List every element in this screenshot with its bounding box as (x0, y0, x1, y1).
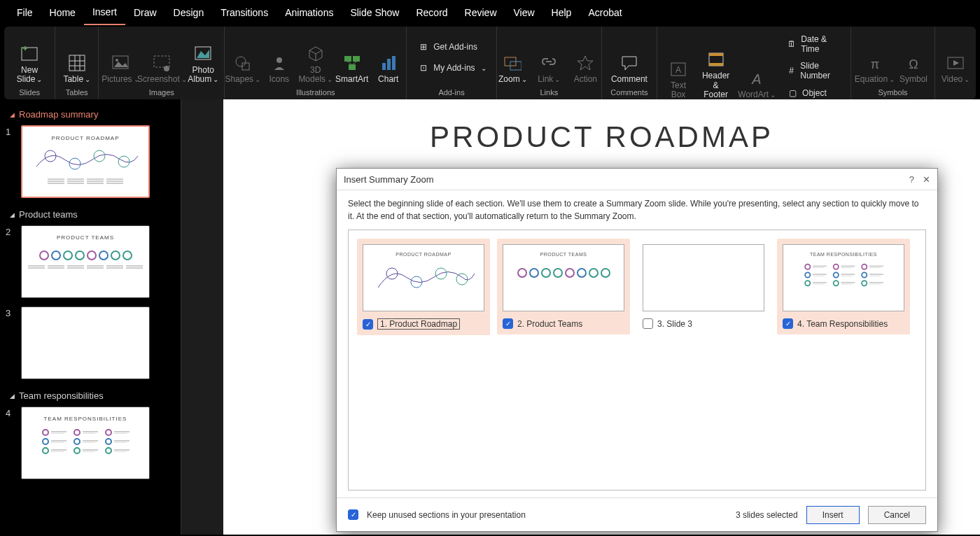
keep-unused-checkbox[interactable] (348, 509, 358, 520)
action-button[interactable]: Action (568, 52, 602, 85)
textbox-button[interactable]: AText Box (662, 59, 695, 101)
svg-rect-14 (242, 63, 249, 70)
textbox-icon: A (669, 60, 687, 78)
slide-thumbnails-pane[interactable]: Roadmap summary 1 PRODUCT ROADMAP Produc… (0, 99, 181, 535)
dialog-help-button[interactable]: ? (909, 174, 914, 185)
get-addins-icon: ⊞ (418, 41, 429, 52)
dialog-titlebar: Insert Summary Zoom ? ✕ (337, 169, 937, 190)
svg-point-39 (435, 268, 447, 279)
my-addins-button[interactable]: ⊡My Add-ins (414, 60, 490, 76)
pictures-button[interactable]: Pictures (103, 52, 137, 85)
zoom-option-4-label: 4. Team Responsibilities (797, 319, 888, 329)
table-button[interactable]: Table (59, 52, 94, 85)
video-icon (946, 54, 965, 72)
dialog-status: 3 slides selected (736, 510, 798, 520)
slide-number: 4 (6, 407, 15, 418)
shapes-button[interactable]: Shapes (226, 52, 260, 85)
zoom-option-1-checkbox[interactable] (363, 319, 373, 330)
menu-animations[interactable]: Animations (276, 0, 342, 25)
section-header-roadmap[interactable]: Roadmap summary (6, 105, 175, 124)
photo-album-icon (194, 45, 212, 63)
video-button[interactable]: Video (939, 52, 972, 85)
svg-rect-28 (709, 63, 723, 66)
object-icon: ▢ (787, 87, 798, 99)
zoom-option-2-checkbox[interactable] (503, 318, 513, 329)
ribbon: New Slide Slides Table Tables Pictures S… (4, 27, 976, 99)
3d-models-button[interactable]: 3D Models (299, 43, 332, 85)
svg-text:π: π (870, 57, 878, 71)
date-time-button[interactable]: 🗓Date & Time (783, 32, 846, 56)
menu-review[interactable]: Review (456, 0, 505, 25)
menu-transitions[interactable]: Transitions (212, 0, 276, 25)
zoom-option-2-label: 2. Product Teams (517, 319, 582, 329)
chart-button[interactable]: Chart (372, 52, 405, 85)
menu-record[interactable]: Record (407, 0, 456, 25)
group-tables-label: Tables (55, 85, 98, 99)
comment-button[interactable]: Comment (607, 52, 652, 85)
section-header-responsibilities[interactable]: Team responsibilities (6, 386, 175, 405)
header-footer-icon (707, 50, 725, 69)
object-button[interactable]: ▢Object (783, 85, 846, 101)
3d-models-icon (307, 45, 325, 63)
svg-rect-21 (392, 56, 396, 70)
get-addins-button[interactable]: ⊞Get Add-ins (414, 39, 482, 55)
menu-help[interactable]: Help (543, 0, 580, 25)
equation-button[interactable]: πEquation (855, 52, 894, 85)
insert-button[interactable]: Insert (806, 506, 860, 524)
slide-thumbnail-1[interactable]: PRODUCT ROADMAP (21, 125, 150, 198)
icons-button[interactable]: Icons (262, 52, 296, 85)
menu-slideshow[interactable]: Slide Show (342, 0, 407, 25)
menu-insert[interactable]: Insert (84, 0, 125, 25)
svg-point-40 (456, 274, 468, 285)
svg-text:A: A (751, 71, 761, 87)
zoom-option-4-checkbox[interactable] (783, 318, 793, 329)
group-images-label: Images (99, 85, 224, 99)
dialog-title-text: Insert Summary Zoom (344, 174, 434, 185)
zoom-option-2[interactable]: PRODUCT TEAMS 2. Product Teams (497, 239, 630, 334)
screenshot-button[interactable]: Screenshot (141, 52, 184, 85)
zoom-option-3-label: 3. Slide 3 (657, 319, 692, 329)
symbol-button[interactable]: ΩSymbol (897, 52, 930, 85)
icons-icon (270, 54, 288, 72)
link-button[interactable]: Link (532, 52, 566, 85)
shapes-icon (234, 54, 252, 72)
menu-draw[interactable]: Draw (125, 0, 165, 25)
new-slide-button[interactable]: New Slide (13, 43, 47, 85)
svg-rect-0 (22, 48, 37, 60)
svg-rect-3 (69, 55, 85, 71)
slide-number-button[interactable]: #Slide Number (783, 59, 846, 83)
menu-design[interactable]: Design (165, 0, 213, 25)
cancel-button[interactable]: Cancel (868, 506, 926, 524)
svg-rect-20 (387, 59, 391, 70)
slide-number-icon: # (787, 65, 796, 76)
slide-number: 3 (6, 306, 15, 318)
svg-rect-27 (709, 53, 723, 56)
svg-point-34 (69, 158, 80, 169)
menu-view[interactable]: View (505, 0, 543, 25)
svg-rect-18 (349, 64, 356, 70)
slide-number: 2 (6, 225, 15, 237)
menu-file[interactable]: File (8, 0, 41, 25)
zoom-button[interactable]: Zoom (496, 52, 529, 85)
zoom-option-3-checkbox[interactable] (643, 318, 653, 329)
smartart-button[interactable]: SmartArt (335, 52, 369, 85)
zoom-icon (503, 54, 522, 72)
group-links-label: Links (497, 85, 601, 99)
slide-thumbnail-4[interactable]: TEAM RESPONSIBILITIES (21, 407, 150, 479)
section-header-teams[interactable]: Product teams (6, 205, 175, 224)
zoom-option-3[interactable]: 3. Slide 3 (637, 239, 770, 334)
zoom-option-4[interactable]: TEAM RESPONSIBILITIES 4. Team Responsibi… (777, 239, 910, 334)
menu-home[interactable]: Home (41, 0, 84, 25)
slide-thumbnail-2[interactable]: PRODUCT TEAMS (21, 225, 150, 298)
slide-thumbnail-3[interactable] (21, 306, 150, 379)
group-comments-label: Comments (602, 85, 657, 99)
header-footer-button[interactable]: Header & Footer (698, 49, 734, 101)
menu-acrobat[interactable]: Acrobat (580, 0, 630, 25)
zoom-option-1[interactable]: PRODUCT ROADMAP 1. Product Roadmap (357, 239, 490, 335)
dialog-close-button[interactable]: ✕ (923, 174, 930, 185)
equation-icon: π (866, 54, 884, 72)
photo-album-button[interactable]: Photo Album (186, 43, 220, 85)
menu-bar: File Home Insert Draw Design Transitions… (0, 0, 980, 25)
wordart-button[interactable]: AWordArt (736, 68, 777, 101)
svg-rect-16 (344, 56, 351, 62)
